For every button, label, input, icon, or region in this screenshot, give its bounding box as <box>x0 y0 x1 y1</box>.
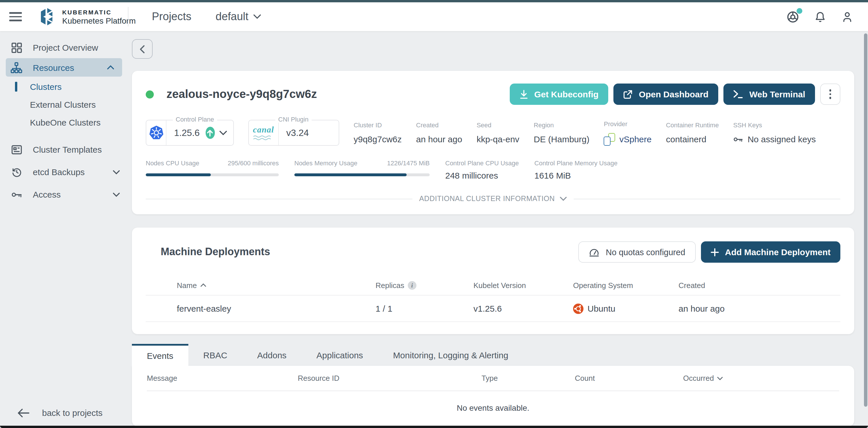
control-plane-version-box[interactable]: Control Plane <box>146 120 234 146</box>
region-detail: Region DE (Hamburg) <box>534 122 589 144</box>
brand-name: KUBERMATIC <box>62 8 136 15</box>
vsphere-icon <box>604 133 615 146</box>
top-bar: KUBERMATIC Kubernetes Platform Projects … <box>0 2 868 31</box>
add-machine-deployment-label: Add Machine Deployment <box>725 247 831 257</box>
cni-plugin-box: CNI Plugin canal v3.24 <box>248 120 339 146</box>
seed-detail: Seed kkp-qa-env <box>476 122 519 144</box>
sidebar-item-label: Clusters <box>30 82 62 92</box>
back-button[interactable] <box>132 39 153 59</box>
cluster-detail-card: zealous-noyce-y9q8g7cw6z Get Kubeconfig <box>132 71 854 214</box>
machine-deployments-table: Name Replicas i Kubelet Version Operatin… <box>146 275 840 322</box>
events-empty-message: No events available. <box>147 391 839 426</box>
usage-label: Nodes Memory Usage <box>294 159 358 166</box>
topbar-divider <box>128 7 128 27</box>
sidebar-item-external-clusters[interactable]: External Clusters <box>0 96 128 114</box>
user-menu-button[interactable] <box>841 10 854 23</box>
chevron-up-icon <box>107 65 114 70</box>
back-to-projects-link[interactable]: back to projects <box>0 408 128 418</box>
cluster-more-menu-button[interactable] <box>820 84 840 105</box>
canal-logo: canal <box>249 120 279 145</box>
project-selector-value: default <box>216 10 249 23</box>
changelog-badge <box>797 8 802 13</box>
sitemap-icon <box>10 61 23 73</box>
info-icon[interactable]: i <box>408 281 416 289</box>
brand-product: Kubernetes Platform <box>62 16 136 25</box>
machine-deployment-row[interactable]: fervent-easley 1 / 1 v1.25.6 <box>146 295 840 322</box>
kubermatic-logo-icon <box>41 8 57 25</box>
template-icon <box>10 144 23 155</box>
sidebar-item-kubeone-clusters[interactable]: KubeOne Clusters <box>0 114 128 131</box>
detail-value: y9q8g7cw6z <box>354 134 402 144</box>
menu-toggle-button[interactable] <box>9 12 22 21</box>
usage-value: 295/600 millicores <box>228 159 279 166</box>
plus-icon <box>710 248 718 256</box>
additional-cluster-information-toggle[interactable]: ADDITIONAL CLUSTER INFORMATION <box>146 195 840 203</box>
kubernetes-icon <box>146 120 166 145</box>
column-header-os: Operating System <box>573 281 679 289</box>
detail-label: Provider <box>604 120 652 127</box>
md-created: an hour ago <box>679 304 840 313</box>
control-plane-version: 1.25.6 <box>166 128 205 138</box>
sidebar-item-etcd-backups[interactable]: etcd Backups <box>0 162 128 181</box>
quota-status-button[interactable]: No quotas configured <box>578 241 696 263</box>
cluster-id-detail: Cluster ID y9q8g7cw6z <box>354 122 402 144</box>
arrow-left-icon <box>17 408 29 417</box>
sidebar-item-label: KubeOne Clusters <box>30 118 100 127</box>
progress-fill <box>294 173 407 176</box>
sidebar-item-resources[interactable]: Resources <box>6 58 122 77</box>
column-header-name[interactable]: Name <box>177 281 376 289</box>
open-dashboard-button[interactable]: Open Dashboard <box>613 84 718 105</box>
sidebar-item-access[interactable]: Access <box>0 185 128 204</box>
sidebar-item-label: Resources <box>33 62 74 72</box>
column-header-type: Type <box>482 374 575 383</box>
control-plane-cpu-usage: Control Plane CPU Usage 248 millicores <box>445 159 519 180</box>
add-machine-deployment-button[interactable]: Add Machine Deployment <box>701 241 840 263</box>
web-terminal-button[interactable]: Web Terminal <box>723 84 815 105</box>
detail-label: Seed <box>476 122 519 128</box>
sidebar-item-label: Cluster Templates <box>33 145 102 154</box>
key-icon <box>733 135 744 143</box>
project-selector[interactable]: default <box>216 10 261 23</box>
column-header-occurred[interactable]: Occurred <box>683 374 839 383</box>
chevron-down-icon[interactable] <box>219 130 227 135</box>
brand: KUBERMATIC Kubernetes Platform <box>41 8 136 25</box>
notifications-button[interactable] <box>814 10 827 23</box>
sidebar-item-label: External Clusters <box>30 100 96 110</box>
table-header-row: Name Replicas i Kubelet Version Operatin… <box>146 275 840 295</box>
scrollbar-thumb[interactable] <box>864 33 867 407</box>
detail-label: Created <box>416 122 462 128</box>
md-name: fervent-easley <box>177 304 376 313</box>
sidebar-item-cluster-templates[interactable]: Cluster Templates <box>0 140 128 159</box>
window-bottom-edge <box>0 426 868 428</box>
usage-label: Control Plane CPU Usage <box>445 159 519 166</box>
sidebar-item-clusters[interactable]: Clusters <box>0 78 128 96</box>
usage-label: Control Plane Memory Usage <box>534 159 618 166</box>
upgrade-available-icon[interactable] <box>205 127 215 139</box>
cni-plugin-label: CNI Plugin <box>275 116 311 123</box>
web-terminal-label: Web Terminal <box>749 89 805 99</box>
kebab-menu-icon <box>829 90 831 99</box>
history-icon <box>10 166 23 178</box>
terminal-icon <box>733 90 743 98</box>
cni-plugin-version: v3.24 <box>279 128 314 138</box>
get-kubeconfig-button[interactable]: Get Kubeconfig <box>509 84 608 105</box>
gauge-icon <box>589 247 599 256</box>
detail-label: Container Runtime <box>666 122 718 128</box>
tab-events[interactable]: Events <box>132 344 188 366</box>
tab-applications[interactable]: Applications <box>302 344 378 366</box>
machine-deployments-card: Machine Deployments No quotas configured <box>132 227 854 334</box>
tab-rbac[interactable]: RBAC <box>188 344 242 366</box>
usage-value: 1616 MiB <box>534 171 618 180</box>
detail-label: Region <box>534 122 589 128</box>
tab-addons[interactable]: Addons <box>242 344 302 366</box>
machine-deployments-title: Machine Deployments <box>161 246 270 258</box>
projects-breadcrumb[interactable]: Projects <box>152 10 191 23</box>
tab-monitoring-logging-alerting[interactable]: Monitoring, Logging & Alerting <box>378 344 523 366</box>
sidebar-item-project-overview[interactable]: Project Overview <box>0 38 128 57</box>
detail-value: DE (Hamburg) <box>534 134 589 144</box>
md-kubelet-version: v1.25.6 <box>473 304 573 313</box>
changelog-button[interactable] <box>786 10 800 23</box>
sidebar-item-label: Project Overview <box>33 42 98 53</box>
control-plane-label: Control Plane <box>173 116 217 123</box>
detail-label: SSH Keys <box>733 122 816 128</box>
